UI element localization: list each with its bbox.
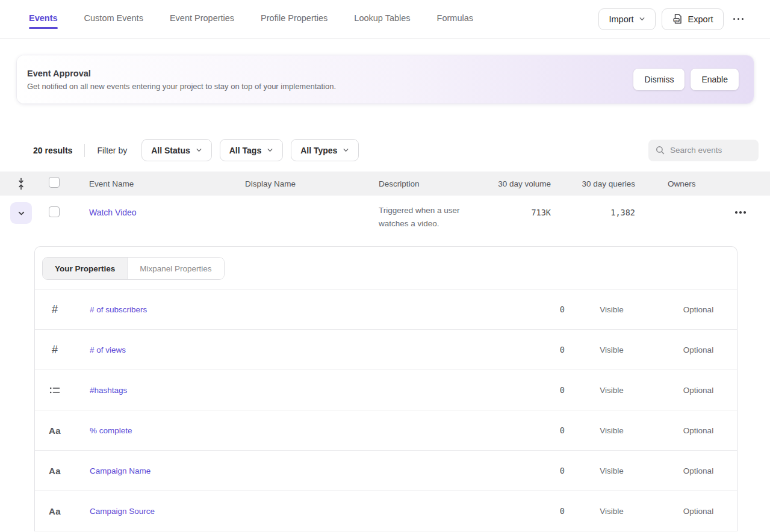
enable-button[interactable]: Enable (691, 69, 739, 90)
banner-title: Event Approval (27, 69, 336, 78)
property-name-link[interactable]: % complete (90, 426, 132, 435)
header-description: Description (368, 179, 488, 188)
property-name-link[interactable]: Campaign Name (90, 466, 151, 475)
property-row: #hashtags 0 Visible Optional (35, 370, 737, 410)
import-button[interactable]: Import (598, 8, 655, 30)
event-queries: 1,382 (554, 196, 639, 217)
tab-mixpanel-properties[interactable]: Mixpanel Properties (127, 258, 223, 279)
event-approval-banner: Event Approval Get notified on all new e… (17, 55, 754, 104)
tags-filter-dropdown[interactable]: All Tags (220, 139, 283, 161)
tab-profile-properties[interactable]: Profile Properties (261, 0, 328, 38)
tab-custom-events-label: Custom Events (84, 13, 143, 23)
property-row: Aa Campaign Name 0 Visible Optional (35, 451, 737, 491)
status-filter-dropdown[interactable]: All Status (141, 139, 212, 161)
property-row: Aa % complete 0 Visible Optional (35, 410, 737, 451)
top-navigation: Events Custom Events Event Properties Pr… (0, 0, 770, 39)
row-actions-menu-icon[interactable] (731, 208, 750, 217)
header-volume: 30 day volume (488, 179, 554, 188)
property-row: Aa Campaign Source 0 Visible Optional (35, 491, 737, 531)
event-name-link[interactable]: Watch Video (89, 196, 137, 217)
nav-tabs: Events Custom Events Event Properties Pr… (29, 0, 473, 38)
property-visibility: Visible (565, 345, 659, 354)
property-rows: # # of subscribers 0 Visible Optional # … (35, 289, 737, 531)
tab-lookup-tables[interactable]: Lookup Tables (354, 0, 410, 38)
tab-formulas-label: Formulas (437, 13, 473, 23)
active-tab-underline (29, 27, 58, 29)
divider (84, 144, 85, 157)
tab-events[interactable]: Events (29, 0, 58, 38)
property-visibility: Visible (565, 305, 659, 314)
collapse-all-icon[interactable] (0, 178, 42, 190)
chevron-down-icon (17, 209, 25, 217)
status-filter-label: All Status (151, 146, 190, 155)
property-visibility: Visible (565, 386, 659, 395)
tags-filter-label: All Tags (229, 146, 261, 155)
search-input[interactable] (670, 146, 751, 155)
property-row: # # of views 0 Visible Optional (35, 330, 737, 370)
property-requirement: Optional (659, 426, 738, 435)
search-icon (656, 146, 665, 155)
event-description: Triggered when a user watches a video. (368, 196, 488, 230)
property-name-link[interactable]: #hashtags (90, 386, 127, 395)
header-event-name: Event Name (78, 179, 234, 188)
property-volume: 0 (517, 345, 565, 354)
filter-toolbar: 20 results Filter by All Status All Tags… (33, 139, 759, 161)
row-checkbox[interactable] (49, 206, 60, 217)
events-table-header: Event Name Display Name Description 30 d… (0, 172, 770, 196)
export-button-label: Export (688, 14, 713, 24)
property-name-link[interactable]: Campaign Source (90, 507, 155, 516)
property-name-link[interactable]: # of subscribers (90, 305, 147, 314)
list-type-icon (35, 386, 75, 395)
property-name-link[interactable]: # of views (90, 345, 126, 354)
tab-profile-properties-label: Profile Properties (261, 13, 328, 23)
banner-description: Get notified on all new events entering … (27, 82, 336, 91)
property-volume: 0 (517, 385, 565, 395)
property-volume: 0 (517, 506, 565, 516)
properties-panel: Your Properties Mixpanel Properties # # … (34, 246, 737, 531)
header-owners: Owners (639, 179, 711, 188)
select-all-checkbox[interactable] (49, 177, 60, 188)
event-row-watch-video: Watch Video Triggered when a user watche… (0, 196, 770, 246)
chevron-down-icon (196, 147, 202, 153)
overflow-menu-icon[interactable] (730, 14, 748, 24)
dismiss-button[interactable]: Dismiss (633, 69, 685, 90)
search-box (648, 140, 759, 161)
svg-text:csv: csv (674, 19, 679, 22)
property-requirement: Optional (659, 507, 738, 516)
text-type-icon: Aa (35, 466, 75, 476)
event-volume: 713K (488, 196, 554, 217)
import-button-label: Import (609, 14, 633, 24)
export-button[interactable]: csv Export (662, 8, 724, 30)
property-visibility: Visible (565, 507, 659, 516)
results-count: 20 results (33, 146, 72, 155)
property-volume: 0 (517, 425, 565, 435)
tab-event-properties[interactable]: Event Properties (170, 0, 234, 38)
properties-tab-bar: Your Properties Mixpanel Properties (35, 247, 737, 289)
property-row: # # of subscribers 0 Visible Optional (35, 289, 737, 330)
tab-your-properties[interactable]: Your Properties (43, 258, 127, 279)
collapse-row-button[interactable] (10, 202, 32, 224)
number-type-icon: # (35, 344, 75, 356)
text-type-icon: Aa (35, 425, 75, 436)
filter-by-label: Filter by (97, 146, 127, 155)
header-queries: 30 day queries (554, 179, 639, 188)
tab-event-properties-label: Event Properties (170, 13, 234, 23)
property-requirement: Optional (659, 305, 738, 314)
tab-events-label: Events (29, 13, 58, 23)
tab-formulas[interactable]: Formulas (437, 0, 473, 38)
chevron-down-icon (639, 16, 645, 22)
text-type-icon: Aa (35, 506, 75, 516)
chevron-down-icon (267, 147, 273, 153)
property-visibility: Visible (565, 466, 659, 475)
property-requirement: Optional (659, 345, 738, 354)
chevron-down-icon (343, 147, 349, 153)
header-display-name: Display Name (234, 179, 368, 188)
property-volume: 0 (517, 466, 565, 475)
types-filter-dropdown[interactable]: All Types (291, 139, 359, 161)
number-type-icon: # (35, 303, 75, 316)
property-requirement: Optional (659, 386, 738, 395)
property-volume: 0 (517, 305, 565, 314)
tab-lookup-tables-label: Lookup Tables (354, 13, 410, 23)
tab-custom-events[interactable]: Custom Events (84, 0, 143, 38)
property-requirement: Optional (659, 466, 738, 475)
